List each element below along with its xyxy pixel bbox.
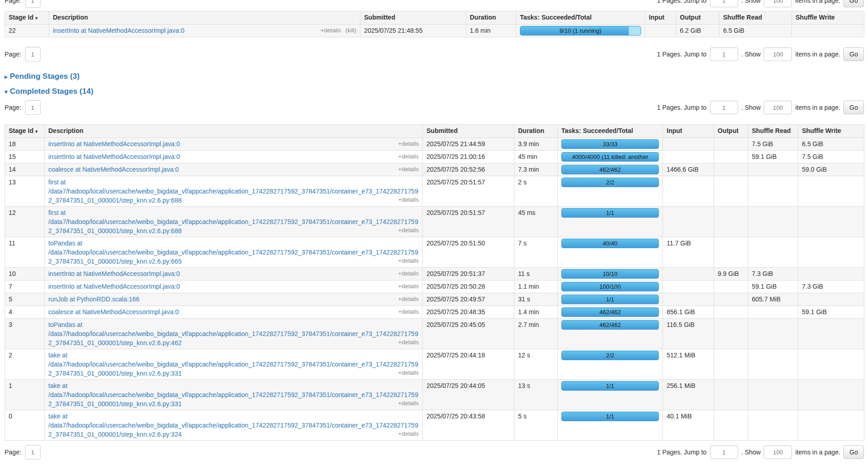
input-cell [663,176,714,207]
column-header-submitted[interactable]: Submitted [360,11,466,25]
shuffle-write-cell: 6.5 GiB [798,138,864,151]
stage-description-link[interactable]: take at /data7/hadoop/local/usercache/we… [48,413,418,438]
stage-id-cell: 15 [5,151,45,163]
description-links: +details [394,398,419,408]
stage-description-link[interactable]: toPandas at /data7/hadoop/local/usercach… [48,240,418,265]
details-toggle[interactable]: +details [398,153,419,160]
shuffle-read-cell [748,306,798,319]
details-toggle[interactable]: +details [398,166,419,173]
details-toggle[interactable]: +details [398,227,419,234]
description-cell: insertInto at NativeMethodAccessorImpl.j… [45,280,423,293]
duration-cell: 1.1 min [514,280,558,293]
stage-description-link[interactable]: coalesce at NativeMethodAccessorImpl.jav… [48,308,179,316]
details-toggle[interactable]: +details [398,430,419,437]
details-toggle[interactable]: +details [398,283,419,290]
tasks-cell: 9/10 (1 running) [516,25,645,37]
shuffle-read-cell [748,207,798,237]
column-header-shuffle-read[interactable]: Shuffle Read [748,125,798,138]
details-toggle[interactable]: +details [398,308,419,315]
stage-description-link[interactable]: insertInto at NativeMethodAccessorImpl.j… [48,153,180,160]
shuffle-write-cell: 59.0 GiB [798,163,864,176]
shuffle-read-cell [748,380,798,410]
details-toggle[interactable]: +details [398,270,419,277]
shuffle-write-cell [798,349,864,380]
page-label: Page: [5,449,21,456]
column-header-stage-id[interactable]: Stage Id▾ [5,11,49,25]
output-cell [714,207,748,237]
column-header-description[interactable]: Description [45,125,423,138]
details-toggle[interactable]: +details [398,339,419,346]
column-header-input[interactable]: Input [645,11,676,25]
jump-to-page-input[interactable] [710,101,738,114]
description-links: +details [394,281,419,291]
output-cell [714,293,748,306]
kill-link[interactable]: (kill) [345,27,356,34]
stage-description-link[interactable]: insertInto at NativeMethodAccessorImpl.j… [48,140,180,148]
column-header-shuffle-read[interactable]: Shuffle Read [719,11,792,25]
column-header-tasks-succeeded-total[interactable]: Tasks: Succeeded/Total [558,125,663,138]
column-label: Shuffle Write [796,14,835,21]
details-toggle[interactable]: +details [398,196,419,203]
items-per-page-input[interactable] [764,445,792,459]
go-button[interactable]: Go [843,445,864,459]
duration-cell: 3.9 min [514,138,558,151]
column-header-input[interactable]: Input [663,125,714,138]
tasks-progress-label: 9/10 (1 running) [520,26,641,35]
shuffle-write-cell [798,176,864,207]
details-toggle[interactable]: +details [398,140,419,147]
details-toggle[interactable]: +details [398,369,419,376]
details-toggle[interactable]: +details [320,27,341,34]
column-header-output[interactable]: Output [676,11,719,25]
items-per-page-input[interactable] [764,47,792,61]
jump-to-page-input[interactable] [710,445,738,459]
description-links: +details [394,139,419,148]
column-header-submitted[interactable]: Submitted [423,125,514,138]
tasks-progress-label: 462/462 [562,321,658,329]
tasks-progress-bar: 1/1 [561,381,659,391]
items-per-page-input[interactable] [764,0,792,7]
description-cell: take at /data7/hadoop/local/usercache/we… [45,380,423,410]
pending-stages-heading[interactable]: ▸Pending Stages (3) [5,72,864,81]
sort-caret-icon: ▾ [35,15,37,20]
stage-description-link[interactable]: insertInto at NativeMethodAccessorImpl.j… [48,270,180,277]
stage-id-cell: 1 [5,380,45,410]
stage-description-link[interactable]: take at /data7/hadoop/local/usercache/we… [48,382,418,408]
column-header-output[interactable]: Output [714,125,748,138]
column-label: Description [53,14,88,21]
go-button[interactable]: Go [843,47,864,61]
details-toggle[interactable]: +details [398,400,419,407]
stage-description-link[interactable]: first at /data7/hadoop/local/usercache/w… [48,209,418,234]
items-per-page-input[interactable] [764,101,792,114]
column-header-shuffle-write[interactable]: Shuffle Write [798,125,864,138]
column-header-tasks-succeeded-total[interactable]: Tasks: Succeeded/Total [516,11,645,25]
details-toggle[interactable]: +details [398,296,419,302]
go-button[interactable]: Go [843,0,864,7]
page-number-input[interactable] [25,445,41,459]
column-header-duration[interactable]: Duration [466,11,516,25]
jump-to-page-input[interactable] [710,47,738,61]
details-toggle[interactable]: +details [398,257,419,264]
column-header-shuffle-write[interactable]: Shuffle Write [792,11,864,25]
page-number-input[interactable] [25,47,41,61]
page-number-input[interactable] [25,100,41,115]
description-cell: toPandas at /data7/hadoop/local/usercach… [45,237,423,268]
stage-description-link[interactable]: runJob at PythonRDD.scala:166 [48,296,139,303]
shuffle-read-cell [748,163,798,176]
stage-id-cell: 0 [5,410,45,441]
stage-description-link[interactable]: insertInto at NativeMethodAccessorImpl.j… [53,27,185,34]
completed-stages-heading[interactable]: ▾Completed Stages (14) [5,87,864,96]
page-number-input[interactable] [25,0,41,8]
stage-description-link[interactable]: coalesce at NativeMethodAccessorImpl.jav… [48,166,179,173]
column-header-duration[interactable]: Duration [514,125,558,138]
column-header-description[interactable]: Description [49,11,360,25]
jump-to-page-input[interactable] [710,0,738,7]
stage-description-link[interactable]: take at /data7/hadoop/local/usercache/we… [48,352,418,377]
stage-description-link[interactable]: insertInto at NativeMethodAccessorImpl.j… [48,283,180,290]
show-label: . Show [741,0,761,4]
stage-description-link[interactable]: first at /data7/hadoop/local/usercache/w… [48,178,418,204]
tasks-progress-bar: 2/2 [561,178,659,187]
stage-description-link[interactable]: toPandas at /data7/hadoop/local/usercach… [48,321,418,347]
column-header-stage-id[interactable]: Stage Id▾ [5,125,45,138]
stage-row: 0take at /data7/hadoop/local/usercache/w… [5,410,864,441]
go-button[interactable]: Go [843,101,864,114]
